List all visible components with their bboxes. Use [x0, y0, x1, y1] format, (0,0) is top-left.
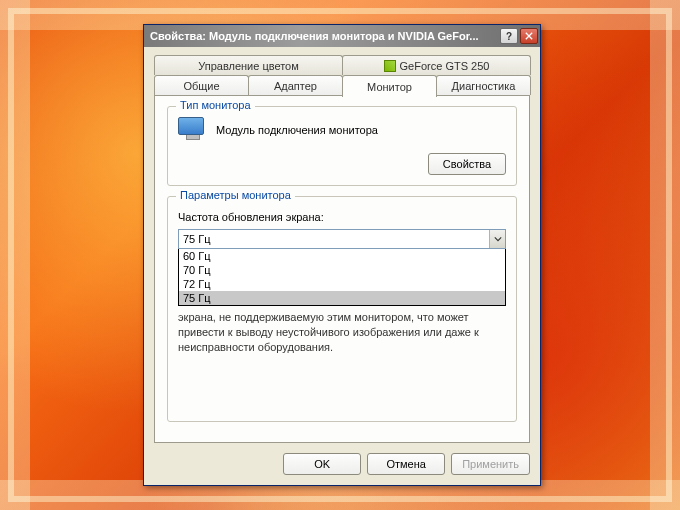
dialog-buttons: OK Отмена Применить — [154, 443, 530, 475]
tab-panel: Тип монитора Модуль подключения монитора… — [154, 95, 530, 443]
tab-adapter[interactable]: Адаптер — [248, 75, 343, 95]
titlebar[interactable]: Свойства: Модуль подключения монитора и … — [144, 25, 540, 47]
tab-color-management[interactable]: Управление цветом — [154, 55, 343, 75]
option-75hz[interactable]: 75 Гц — [179, 291, 505, 305]
properties-dialog: Свойства: Модуль подключения монитора и … — [143, 24, 541, 486]
monitor-type-title: Тип монитора — [176, 99, 255, 111]
option-72hz[interactable]: 72 Гц — [179, 277, 505, 291]
option-60hz[interactable]: 60 Гц — [179, 249, 505, 263]
cancel-button[interactable]: Отмена — [367, 453, 445, 475]
monitor-icon — [178, 117, 208, 143]
properties-button[interactable]: Свойства — [428, 153, 506, 175]
chevron-down-icon — [494, 236, 502, 242]
refresh-rate-value: 75 Гц — [179, 233, 489, 245]
tab-general[interactable]: Общие — [154, 75, 249, 95]
refresh-rate-label: Частота обновления экрана: — [178, 211, 506, 223]
device-name: Модуль подключения монитора — [216, 124, 378, 136]
hide-modes-note: экрана, не поддерживаемую этим монитором… — [178, 310, 506, 355]
tab-monitor[interactable]: Монитор — [342, 75, 437, 97]
refresh-rate-dropdown: 60 Гц 70 Гц 72 Гц 75 Гц — [178, 249, 506, 306]
apply-button[interactable]: Применить — [451, 453, 530, 475]
nvidia-icon — [384, 60, 396, 72]
tab-geforce[interactable]: GeForce GTS 250 — [342, 55, 531, 75]
monitor-type-group: Тип монитора Модуль подключения монитора… — [167, 106, 517, 186]
tab-diagnostics[interactable]: Диагностика — [436, 75, 531, 95]
combobox-arrow[interactable] — [489, 230, 505, 248]
option-70hz[interactable]: 70 Гц — [179, 263, 505, 277]
monitor-params-group: Параметры монитора Частота обновления эк… — [167, 196, 517, 422]
tab-row-2: Общие Адаптер Монитор Диагностика — [154, 75, 530, 95]
monitor-params-title: Параметры монитора — [176, 189, 295, 201]
close-icon — [525, 32, 533, 40]
client-area: Управление цветом GeForce GTS 250 Общие … — [144, 47, 540, 485]
close-button[interactable] — [520, 28, 538, 44]
tab-row-1: Управление цветом GeForce GTS 250 — [154, 55, 530, 75]
help-button[interactable]: ? — [500, 28, 518, 44]
ok-button[interactable]: OK — [283, 453, 361, 475]
window-title: Свойства: Модуль подключения монитора и … — [150, 30, 498, 42]
refresh-rate-combobox[interactable]: 75 Гц — [178, 229, 506, 249]
